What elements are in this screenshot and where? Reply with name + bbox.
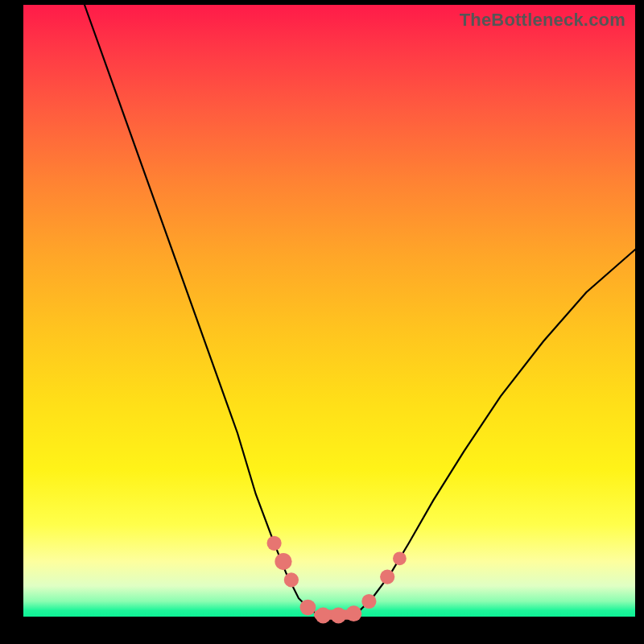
- chart-frame: TheBottleneck.com: [0, 0, 644, 644]
- marker-d: [300, 600, 316, 616]
- marker-a: [267, 536, 282, 551]
- bottleneck-curve: [85, 5, 635, 617]
- marker-g: [346, 605, 362, 621]
- marker-b: [275, 553, 291, 570]
- marker-c: [284, 572, 299, 587]
- marker-f: [331, 608, 347, 624]
- chart-svg: [23, 5, 635, 617]
- plot-area: TheBottleneck.com: [23, 5, 635, 617]
- marker-group: [267, 536, 407, 624]
- marker-i: [380, 570, 394, 584]
- marker-h: [361, 594, 376, 609]
- marker-j: [393, 551, 407, 565]
- marker-e: [316, 608, 332, 624]
